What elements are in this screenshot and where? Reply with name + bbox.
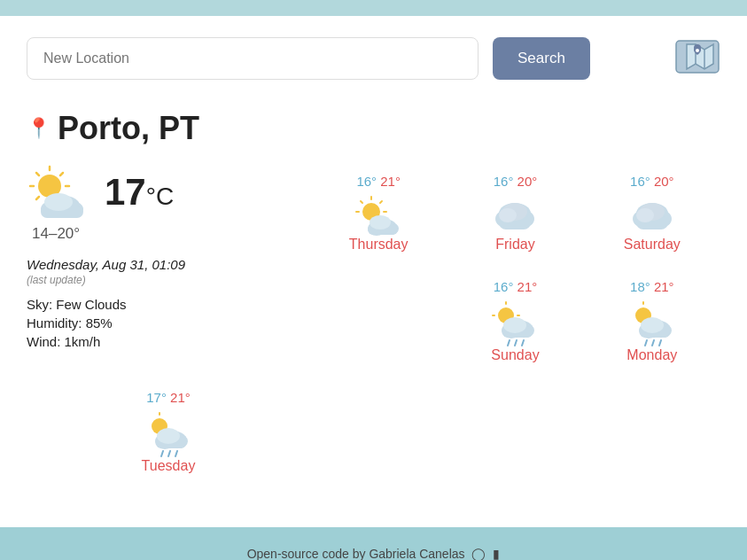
tuesday-low: 17° bbox=[146, 390, 167, 405]
svg-point-5 bbox=[696, 49, 699, 52]
friday-label: Friday bbox=[495, 237, 534, 253]
saturday-label: Saturday bbox=[624, 237, 681, 253]
search-input[interactable] bbox=[27, 37, 479, 80]
current-unit: °C bbox=[146, 183, 174, 210]
tuesday-icon bbox=[145, 412, 191, 458]
current-date: Wednesday, Aug 31, 01:09 bbox=[27, 257, 284, 272]
last-update: (last update) bbox=[27, 274, 284, 286]
search-row: Search bbox=[27, 34, 720, 83]
svg-point-38 bbox=[499, 208, 517, 222]
current-weather: 17°C 14–20° Wednesday, Aug 31, 01:09 (la… bbox=[27, 165, 310, 381]
monday-temps: 18° 21° bbox=[630, 279, 674, 294]
forecast-tuesday: 17° 21° Tuesday bbox=[27, 381, 310, 492]
svg-line-57 bbox=[522, 340, 524, 346]
monday-low: 18° bbox=[630, 279, 650, 294]
svg-point-74 bbox=[157, 428, 180, 444]
thursday-low: 16° bbox=[356, 174, 377, 189]
current-temp-display: 17°C bbox=[105, 171, 174, 214]
svg-line-65 bbox=[645, 340, 647, 346]
wind-detail: Wind: 1km/h bbox=[27, 334, 284, 349]
saturday-temps: 16° 20° bbox=[630, 174, 674, 189]
tuesday-label: Tuesday bbox=[142, 458, 196, 474]
forecast-friday: 16° 20° Friday bbox=[447, 165, 583, 270]
sunday-icon bbox=[492, 301, 538, 347]
sunday-high: 21° bbox=[517, 279, 538, 294]
humidity-detail: Humidity: 85% bbox=[27, 315, 284, 331]
saturday-low: 16° bbox=[630, 174, 650, 189]
current-temp: 17 bbox=[105, 171, 146, 213]
forecast-saturday: 16° 20° Saturday bbox=[584, 165, 720, 270]
search-button[interactable]: Search bbox=[493, 37, 590, 80]
current-icon-temp-row: 17°C bbox=[27, 165, 284, 220]
sky-detail: Sky: Few Clouds bbox=[27, 297, 284, 312]
svg-point-19 bbox=[44, 193, 73, 211]
friday-high: 20° bbox=[517, 174, 538, 189]
weather-grid: 17°C 14–20° Wednesday, Aug 31, 01:09 (la… bbox=[27, 165, 720, 492]
svg-line-67 bbox=[659, 340, 661, 346]
sunday-low: 16° bbox=[494, 279, 514, 294]
thursday-high: 21° bbox=[380, 174, 401, 189]
spacer bbox=[310, 270, 447, 381]
svg-point-32 bbox=[370, 215, 391, 229]
forecast-monday: 18° 21° Monday bbox=[584, 270, 720, 381]
svg-point-64 bbox=[641, 317, 664, 333]
friday-low: 16° bbox=[494, 174, 514, 189]
svg-line-11 bbox=[36, 173, 39, 175]
sunday-label: Sunday bbox=[491, 347, 539, 363]
saturday-icon bbox=[629, 196, 675, 237]
monday-icon bbox=[629, 301, 675, 347]
location-pin-icon: 📍 bbox=[27, 117, 51, 140]
friday-icon bbox=[492, 196, 538, 237]
map-icon[interactable] bbox=[674, 34, 720, 83]
top-bar bbox=[0, 0, 747, 16]
location-row: 📍 Porto, PT bbox=[27, 110, 720, 147]
svg-line-66 bbox=[652, 340, 654, 346]
svg-line-56 bbox=[515, 340, 517, 346]
footer: Open-source code by Gabriela Canelas ◯ ▮… bbox=[0, 527, 747, 560]
monday-label: Monday bbox=[626, 347, 677, 363]
svg-line-55 bbox=[508, 340, 510, 346]
main-content: Search 📍 Porto, PT bbox=[0, 16, 747, 527]
monday-high: 21° bbox=[654, 279, 674, 294]
thursday-temps: 16° 21° bbox=[356, 174, 401, 189]
footer-credit: Open-source code by Gabriela Canelas ◯ ▮ bbox=[18, 547, 729, 560]
svg-line-77 bbox=[175, 451, 177, 456]
svg-point-44 bbox=[636, 208, 654, 222]
friday-temps: 16° 20° bbox=[494, 174, 538, 189]
footer-credit-text: Open-source code by Gabriela Canelas bbox=[247, 547, 465, 560]
current-temp-range: 14–20° bbox=[32, 225, 284, 243]
sunday-temps: 16° 21° bbox=[494, 279, 538, 294]
tuesday-high: 21° bbox=[170, 390, 191, 405]
location-title: Porto, PT bbox=[58, 110, 199, 147]
thursday-label: Thursday bbox=[349, 237, 409, 253]
svg-line-75 bbox=[161, 451, 163, 456]
forecast-sunday: 16° 21° Sunday bbox=[447, 270, 583, 381]
github-icon: ◯ bbox=[471, 547, 486, 560]
svg-line-13 bbox=[60, 173, 63, 175]
linkedin-icon: ▮ bbox=[493, 547, 500, 560]
svg-line-14 bbox=[36, 197, 39, 199]
saturday-high: 20° bbox=[654, 174, 674, 189]
svg-line-25 bbox=[361, 201, 362, 203]
svg-point-54 bbox=[503, 317, 526, 333]
tuesday-temps: 17° 21° bbox=[146, 390, 191, 405]
thursday-icon bbox=[355, 196, 401, 237]
current-weather-icon bbox=[27, 165, 90, 220]
forecast-thursday: 16° 21° Thursday bbox=[310, 165, 447, 270]
svg-line-27 bbox=[380, 201, 382, 203]
svg-line-76 bbox=[168, 451, 170, 456]
